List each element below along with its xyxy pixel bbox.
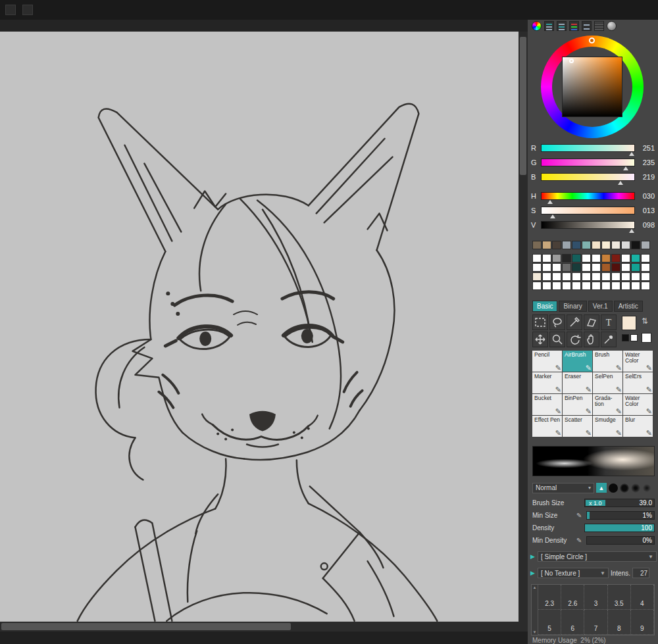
swatch[interactable] — [631, 282, 640, 290]
swatch[interactable] — [611, 263, 620, 272]
swatch[interactable] — [582, 272, 591, 281]
brush-effect-pen[interactable]: Effect Pen✎ — [532, 416, 562, 437]
background-color-chip[interactable] — [630, 334, 638, 341]
color-slider-panel-icon[interactable] — [544, 21, 554, 31]
swatch[interactable] — [532, 282, 542, 290]
tab-basic[interactable]: Basic — [532, 301, 557, 312]
swatch[interactable] — [601, 241, 611, 249]
slider-track[interactable] — [541, 159, 635, 166]
swatch[interactable] — [542, 254, 551, 262]
min-density-slider[interactable]: 0% — [586, 536, 655, 545]
swatch[interactable] — [592, 254, 601, 262]
document-icon[interactable] — [22, 5, 33, 15]
size-preset[interactable]: 6 — [561, 610, 584, 635]
pressure-pen-icon[interactable]: ✎ — [576, 512, 584, 519]
size-multiplier-badge[interactable]: x 1.0 — [586, 500, 605, 506]
swatch[interactable] — [562, 241, 571, 249]
hue-wheel[interactable] — [541, 36, 644, 138]
swatch[interactable] — [601, 254, 611, 262]
swatch[interactable] — [601, 272, 611, 281]
swatch[interactable] — [592, 272, 601, 281]
brush-smudge[interactable]: Smudge✎ — [593, 416, 622, 437]
brush-selers[interactable]: SelErs✎ — [623, 372, 653, 393]
swatch[interactable] — [572, 254, 581, 262]
swatch[interactable] — [572, 272, 581, 281]
text-tool[interactable]: T — [601, 314, 617, 330]
vertical-scroll-thumb[interactable] — [520, 37, 526, 175]
brush-tip-soft[interactable] — [631, 483, 640, 493]
app-icon[interactable] — [5, 5, 16, 15]
swatch[interactable] — [601, 282, 611, 290]
blend-mode-select[interactable]: Normal ▾ — [532, 483, 594, 493]
move-tool[interactable] — [532, 332, 548, 347]
brush-eraser[interactable]: Eraser✎ — [563, 372, 592, 393]
swatch[interactable] — [572, 263, 581, 272]
size-preset[interactable]: 2.6 — [561, 585, 584, 610]
tab-ver1[interactable]: Ver.1 — [588, 301, 613, 312]
swatch[interactable] — [542, 241, 551, 249]
brush-scatter[interactable]: Scatter✎ — [563, 416, 592, 437]
size-preset[interactable]: 3.5 — [608, 585, 631, 610]
swatch[interactable] — [611, 272, 620, 281]
swatch[interactable] — [601, 263, 611, 272]
swatch[interactable] — [631, 241, 640, 249]
texture-dropdown[interactable]: [ No Texture ] ▼ — [538, 568, 609, 578]
brush-water-color[interactable]: Water Color✎ — [623, 351, 653, 372]
slider-track[interactable] — [541, 221, 635, 229]
saturation-value-square[interactable] — [562, 57, 622, 117]
quick-size-scrollbar[interactable]: ▲ ▼ — [532, 585, 538, 635]
swatch[interactable] — [611, 241, 620, 249]
swatch[interactable] — [641, 263, 650, 272]
list-panel-icon[interactable] — [582, 21, 592, 31]
swatch[interactable] — [542, 272, 551, 281]
swatch[interactable] — [631, 254, 640, 262]
shape-tool[interactable] — [584, 314, 599, 330]
swatch[interactable] — [621, 263, 630, 272]
horizontal-scroll-thumb[interactable] — [1, 623, 291, 630]
foreground-color-chip[interactable] — [622, 316, 636, 330]
size-preset[interactable]: 3 — [584, 585, 607, 610]
swatch[interactable] — [572, 282, 581, 290]
hand-tool[interactable] — [584, 332, 599, 347]
swatch[interactable] — [572, 241, 581, 249]
swatch[interactable] — [532, 272, 542, 281]
eyedropper-tool[interactable] — [601, 332, 617, 347]
swatch[interactable] — [562, 282, 571, 290]
color-wheel-icon[interactable] — [532, 21, 542, 31]
swatch[interactable] — [592, 282, 601, 290]
swatch[interactable] — [641, 241, 650, 249]
slider-track[interactable] — [541, 192, 635, 200]
intensity-value-box[interactable]: 27 — [632, 568, 649, 578]
swatch[interactable] — [582, 241, 591, 249]
brush-blur[interactable]: Blur✎ — [623, 416, 653, 437]
swatch[interactable] — [631, 263, 640, 272]
brush-bucket[interactable]: Bucket✎ — [532, 394, 562, 415]
swatch[interactable] — [582, 254, 591, 262]
swatch[interactable] — [582, 263, 591, 272]
brush-tip-hard[interactable] — [609, 483, 618, 493]
swatch[interactable] — [562, 263, 571, 272]
swatch[interactable] — [621, 272, 630, 281]
line-tool[interactable] — [567, 314, 582, 330]
swatch[interactable] — [641, 282, 650, 290]
brush-size-slider[interactable]: x 1.0 39.0 — [584, 499, 655, 507]
mini-black-chip[interactable] — [622, 334, 629, 341]
rgb-panel-icon[interactable] — [569, 21, 579, 31]
swatch[interactable] — [532, 254, 542, 262]
canvas-vertical-scrollbar[interactable] — [519, 32, 528, 622]
brush-tip-medium[interactable] — [620, 483, 629, 493]
size-preset[interactable]: 8 — [608, 610, 631, 635]
brush-water-color[interactable]: Water Color✎ — [623, 394, 653, 415]
zoom-tool[interactable] — [549, 332, 565, 347]
swatch[interactable] — [532, 263, 542, 272]
swatch[interactable] — [532, 241, 542, 249]
swatch[interactable] — [621, 254, 630, 262]
brush-tip-softest[interactable] — [642, 483, 651, 493]
swatch[interactable] — [542, 282, 551, 290]
expand-arrow-icon[interactable]: ▶ — [530, 570, 536, 576]
swatch[interactable] — [562, 254, 571, 262]
brush-brush[interactable]: Brush✎ — [593, 351, 622, 372]
pressure-pen-icon[interactable]: ✎ — [576, 537, 584, 544]
slider-track[interactable] — [541, 207, 635, 214]
swatch[interactable] — [552, 272, 561, 281]
